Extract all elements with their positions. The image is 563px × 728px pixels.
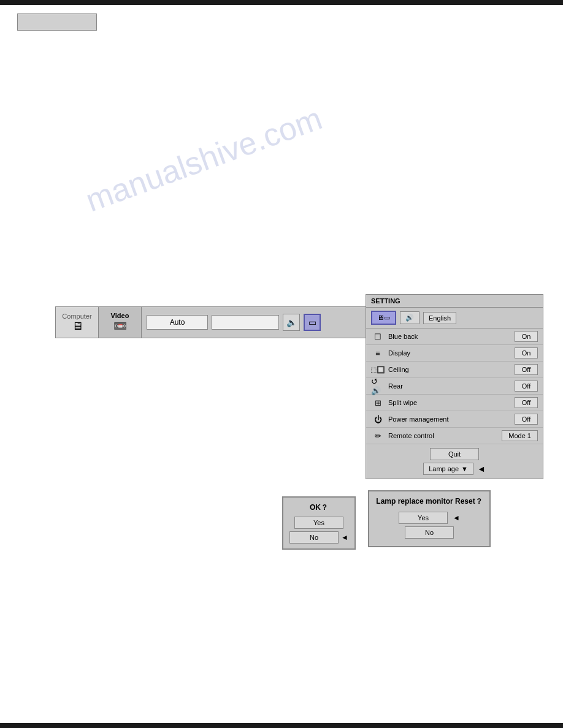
volume-btn[interactable]: 🔈 <box>283 314 300 331</box>
volume-icon: 🔈 <box>286 317 297 327</box>
blue-back-icon: ☐ <box>371 331 385 342</box>
lamp-dialog-title: Lamp replace monitor Reset？ <box>374 496 484 507</box>
tab-computer[interactable]: Computer 🖥 <box>56 307 99 338</box>
row-ceiling: ⬚🔲 Ceiling Off <box>366 362 543 378</box>
row-split-wipe: ⊞ Split wipe Off <box>366 395 543 411</box>
setting-title: SETTING <box>371 297 400 305</box>
setting-panel: SETTING 🖥▭ 🔊 English ☐ Blue back On ≡ Di… <box>366 294 543 479</box>
blue-back-value[interactable]: On <box>515 331 538 342</box>
lamp-yes-button[interactable]: Yes <box>399 512 448 524</box>
split-wipe-icon: ⊞ <box>371 397 385 408</box>
lamp-dropdown-icon: ▼ <box>461 465 468 472</box>
lamp-yes-row: Yes ◄ <box>374 512 484 524</box>
rear-value[interactable]: Off <box>515 381 538 392</box>
display-icon: ▭ <box>308 317 316 327</box>
quit-button[interactable]: Quit <box>430 448 479 460</box>
power-value[interactable]: Off <box>515 414 538 425</box>
ceiling-label: Ceiling <box>388 366 511 373</box>
empty-box <box>212 315 279 330</box>
display-value[interactable]: On <box>515 347 538 358</box>
lamp-no-label: No <box>425 529 434 536</box>
watermark: manualshive.com <box>81 100 327 219</box>
row-display: ≡ Display On <box>366 345 543 362</box>
power-icon: ⏻ <box>371 414 385 425</box>
ok-no-button[interactable]: No <box>289 531 339 544</box>
setting-header: SETTING <box>366 295 543 308</box>
split-wipe-value[interactable]: Off <box>515 397 538 408</box>
split-wipe-label: Split wipe <box>388 399 511 406</box>
tab-video[interactable]: Video 📼 <box>99 307 142 338</box>
auto-value: Auto <box>170 318 185 327</box>
top-label-box <box>17 13 97 31</box>
remote-icon: ✏ <box>371 430 385 441</box>
row-rear: ↺🔊 Rear Off <box>366 378 543 395</box>
remote-value[interactable]: Mode 1 <box>502 430 538 441</box>
video-tab-label: Video <box>111 312 129 319</box>
ok-yes-button[interactable]: Yes <box>294 517 343 529</box>
ok-yes-row: Yes <box>288 517 350 529</box>
display-row-icon: ≡ <box>371 347 385 358</box>
lamp-no-row: No <box>374 526 484 539</box>
lamp-age-row: Lamp age ▼ ◄ <box>371 463 538 475</box>
ok-dialog: OK？ Yes No ◄ <box>282 496 356 550</box>
row-remote-control: ✏ Remote control Mode 1 <box>366 428 543 444</box>
power-label: Power management <box>388 415 511 423</box>
language-label: English <box>429 314 451 322</box>
quit-label: Quit <box>448 450 461 458</box>
lamp-age-arrow: ◄ <box>477 464 486 474</box>
row-blue-back: ☐ Blue back On <box>366 328 543 345</box>
ok-dialog-title: OK？ <box>288 502 350 513</box>
setting-footer: Quit Lamp age ▼ ◄ <box>366 444 543 479</box>
lamp-arrow-icon: ◄ <box>453 514 460 522</box>
setting-speaker-btn[interactable]: 🔊 <box>400 311 419 324</box>
computer-tab-label: Computer <box>62 313 91 320</box>
computer-icon: 🖥 <box>72 320 83 333</box>
row-power-management: ⏻ Power management Off <box>366 411 543 428</box>
toolbar: Computer 🖥 Video 📼 Auto 🔈 ▭ <box>55 306 368 338</box>
lamp-no-button[interactable]: No <box>405 526 454 539</box>
ceiling-value[interactable]: Off <box>515 364 538 375</box>
ok-arrow-icon: ◄ <box>341 533 348 542</box>
lamp-dialog: Lamp replace monitor Reset？ Yes ◄ No <box>368 490 491 547</box>
lamp-age-label: Lamp age <box>429 465 459 472</box>
display-label: Display <box>388 349 511 357</box>
ok-no-label: No <box>310 534 318 541</box>
display-btn[interactable]: ▭ <box>304 314 321 331</box>
remote-label: Remote control <box>388 432 498 439</box>
setting-screen-btn[interactable]: 🖥▭ <box>371 311 396 325</box>
rear-label: Rear <box>388 382 511 390</box>
setting-toolbar: 🖥▭ 🔊 English <box>366 308 543 328</box>
lamp-yes-label: Yes <box>418 514 429 521</box>
bottom-border <box>0 723 563 728</box>
ceiling-icon: ⬚🔲 <box>371 364 385 375</box>
auto-input[interactable]: Auto <box>147 315 208 330</box>
rear-icon: ↺🔊 <box>371 381 385 392</box>
video-icon: 📼 <box>113 319 127 333</box>
top-border <box>0 0 563 5</box>
blue-back-label: Blue back <box>388 333 511 340</box>
ok-yes-label: Yes <box>313 519 324 526</box>
screen-icon: 🖥▭ <box>377 314 390 322</box>
speaker-icon: 🔊 <box>405 314 414 322</box>
toolbar-input-area: Auto 🔈 ▭ <box>142 314 367 331</box>
setting-language-btn[interactable]: English <box>423 312 456 324</box>
ok-no-row: No ◄ <box>288 531 350 544</box>
lamp-age-button[interactable]: Lamp age ▼ <box>423 463 473 475</box>
